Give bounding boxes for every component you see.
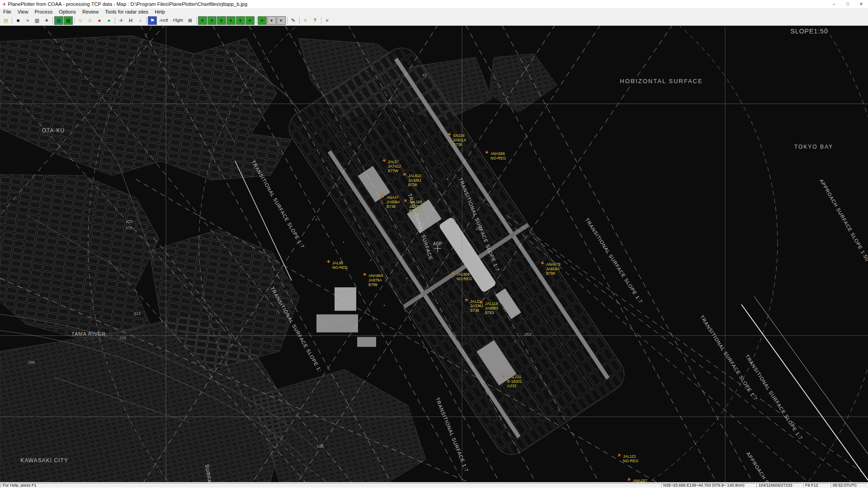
aircraft-label-line: JA8983 bbox=[485, 306, 498, 310]
chart-a-button[interactable]: ▦ bbox=[54, 16, 63, 25]
aircraft-tag-ana864[interactable]: ✈ANA864JA879AB789 bbox=[368, 273, 383, 287]
aircraft-tag-ana47[interactable]: ✈ANA47JA608AB738 bbox=[387, 195, 400, 209]
toolbar: ▤■≈▥✈▦▦☺☺●●✈H♁⚑ArcftFlight⊞▾▾▾▾▾▾▾▾▾✎☀?> bbox=[0, 15, 868, 26]
toolbar-separator bbox=[299, 17, 300, 24]
preset-3-button[interactable]: ▾ bbox=[217, 16, 226, 25]
aircraft-label-line: JA331J bbox=[409, 204, 422, 209]
menu-item-process[interactable]: Process bbox=[31, 8, 56, 15]
status-bar: For Help, press F1 N35~33.699 E139~44.76… bbox=[0, 482, 868, 488]
aircraft-label-line: B738 bbox=[470, 308, 483, 313]
toolbar-separator bbox=[287, 17, 288, 24]
preset-6-button[interactable]: ▾ bbox=[245, 16, 255, 25]
close-button[interactable]: ✕ bbox=[854, 0, 868, 8]
locate-aircraft-button[interactable]: ✈ bbox=[117, 16, 126, 25]
status-utc-time: 05:52:07UTC bbox=[830, 483, 868, 488]
toolbar-separator bbox=[115, 17, 115, 24]
maximize-button[interactable]: □ bbox=[841, 0, 854, 8]
aircraft-tag-ana566[interactable]: ✈ANA566NO-REG bbox=[491, 151, 506, 160]
draw-button[interactable]: ✎ bbox=[289, 16, 298, 25]
record-button[interactable]: ● bbox=[95, 16, 104, 25]
aircraft-tag-jal165[interactable]: ✈JAL165JA331JB738 bbox=[409, 200, 422, 213]
aircraft-label-line: JA811X bbox=[453, 138, 466, 142]
status-cursor-position: N35~33.699 E139~44.763 (079.9~ 140.8nm) bbox=[661, 483, 756, 488]
menu-item-tools-for-radar-sites[interactable]: Tools for radar sites bbox=[102, 8, 151, 15]
aircraft-label-line: B738 bbox=[408, 183, 421, 187]
window-controls: – □ ✕ bbox=[827, 0, 868, 8]
message-log-button[interactable]: ▥ bbox=[33, 16, 42, 25]
aircraft-tag-jal95[interactable]: ✈JAL95NO-REG bbox=[332, 261, 348, 270]
menu-item-help[interactable]: Help bbox=[151, 8, 168, 15]
preset-2-button[interactable]: ▾ bbox=[208, 16, 217, 25]
flight-text-button[interactable]: Flight bbox=[171, 16, 185, 25]
context-help-button[interactable]: ? bbox=[311, 16, 320, 25]
aircraft-label-line: JA819A bbox=[546, 267, 561, 271]
aircraft-tag-snj16[interactable]: ✈SNJ16JA811XB738 bbox=[453, 133, 466, 147]
aircraft-tag-jal5[interactable]: ✈JAL5JA741JB77W bbox=[388, 160, 401, 173]
toolbar-separator bbox=[196, 17, 197, 24]
chart-b-button[interactable]: ▦ bbox=[64, 16, 73, 25]
preset-7-button[interactable]: ▾ bbox=[258, 16, 267, 25]
aircraft-label-line: JA608A bbox=[387, 200, 400, 204]
preset-4-button[interactable]: ▾ bbox=[226, 16, 236, 25]
menu-item-file[interactable]: File bbox=[0, 8, 14, 15]
toolbar-separator bbox=[321, 17, 321, 24]
toolbar-separator bbox=[146, 17, 146, 24]
aircraft-icon: ✈ bbox=[501, 373, 506, 378]
aircraft-label-line: B789 bbox=[368, 282, 383, 287]
aircraft-tag-jal118[interactable]: ✈JAL118JA8983B763 bbox=[485, 301, 498, 315]
preset-8-button[interactable]: ▾ bbox=[267, 16, 276, 25]
aircraft-label-line: JAL118 bbox=[485, 301, 498, 306]
aircraft-label-line: JAL610 bbox=[408, 174, 421, 178]
app-icon: ✈ bbox=[0, 2, 8, 7]
aircraft-label-line: JAL5 bbox=[388, 160, 401, 164]
hold-button[interactable]: H bbox=[126, 16, 135, 25]
menu-item-view[interactable]: View bbox=[14, 8, 32, 15]
aircraft-label-line: A333 bbox=[507, 384, 522, 388]
preset-1-button[interactable]: ▾ bbox=[198, 16, 207, 25]
more-tools-button[interactable]: > bbox=[323, 16, 332, 25]
toolbar-separator bbox=[12, 17, 12, 24]
preset-9-button[interactable]: ▾ bbox=[277, 16, 286, 25]
aircraft-label-line: B738 bbox=[387, 204, 400, 209]
menu-item-options[interactable]: Options bbox=[56, 8, 79, 15]
aircraft-label-line: B-18301 bbox=[507, 379, 522, 384]
aircraft-tag-jal121[interactable]: ✈JAL121NO-REG bbox=[623, 454, 638, 463]
aircraft-tag-ana678[interactable]: ✈ANA678JA819AB788 bbox=[546, 262, 561, 276]
signal-button[interactable]: ≈ bbox=[23, 16, 32, 25]
aircraft-label-line: ANA257 bbox=[633, 479, 647, 482]
smiley-a-button[interactable]: ☺ bbox=[76, 16, 85, 25]
preset-5-button[interactable]: ▾ bbox=[236, 16, 245, 25]
menu-item-review[interactable]: Review bbox=[79, 8, 102, 15]
aircraft-label-line: B77W bbox=[388, 169, 401, 173]
aircraft-list-button[interactable]: ✈ bbox=[42, 16, 51, 25]
table-button[interactable]: ⊞ bbox=[186, 16, 195, 25]
aircraft-label-line: B763 bbox=[485, 310, 498, 315]
aircraft-tag-ana257[interactable]: ✈ANA257 bbox=[633, 479, 647, 482]
approach-chart[interactable] bbox=[0, 26, 868, 482]
aircraft-label-line: NO-REG bbox=[332, 265, 348, 270]
aircraft-label-line: NO-REG bbox=[623, 459, 638, 463]
aircraft-tag-jal906[interactable]: ✈JAL906NO-REG bbox=[457, 272, 472, 281]
aircraft-label-line: JAL165 bbox=[409, 200, 422, 204]
aircraft-label-line: JA741J bbox=[388, 164, 401, 169]
arcft-text-button[interactable]: Arcft bbox=[157, 16, 170, 25]
aircraft-label-line: ANA47 bbox=[387, 195, 400, 200]
minimize-button[interactable]: – bbox=[827, 0, 841, 8]
flag-button[interactable]: ⚑ bbox=[148, 16, 157, 25]
aircraft-label-line: JAL121 bbox=[623, 454, 638, 459]
aircraft-label-line: B788 bbox=[546, 271, 561, 276]
map-area[interactable]: SLOPE1:50HORIZONTAL SURFACETOKYO BAYOTA-… bbox=[0, 26, 868, 482]
aircraft-label-line: B738 bbox=[453, 142, 466, 147]
lamp-button[interactable]: ● bbox=[104, 16, 113, 25]
aircraft-label-line: ANA678 bbox=[546, 262, 561, 267]
aircraft-label-line: JA329J bbox=[408, 178, 421, 183]
stop-button[interactable]: ■ bbox=[14, 16, 23, 25]
aircraft-tag-cal221[interactable]: ✈CAL221B-18301A333 bbox=[507, 375, 522, 388]
smiley-b-button[interactable]: ☺ bbox=[85, 16, 94, 25]
aircraft-tag-jal610[interactable]: ✈JAL610JA329JB738 bbox=[408, 174, 421, 187]
aircraft-label-line: JAL906 bbox=[457, 272, 472, 277]
aircraft-label-line: B738 bbox=[409, 209, 422, 213]
tip-button[interactable]: ☀ bbox=[301, 16, 310, 25]
open-file-button[interactable]: ▤ bbox=[1, 16, 10, 25]
globe-button[interactable]: ♁ bbox=[136, 16, 145, 25]
